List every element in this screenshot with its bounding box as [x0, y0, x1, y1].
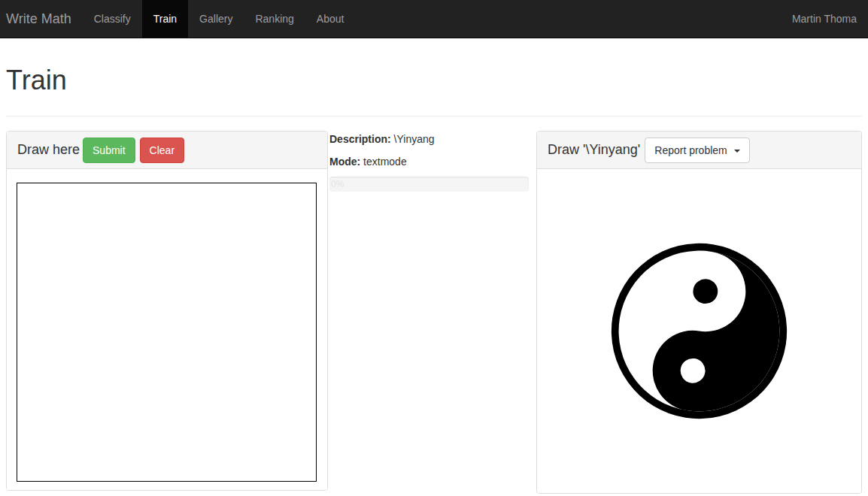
main-row: Draw here Submit Clear Description: \Yin… — [6, 131, 862, 494]
draw-panel: Draw here Submit Clear — [6, 131, 328, 491]
target-panel-body — [537, 169, 861, 493]
target-panel-header: Draw '\Yinyang' Report problem — [537, 132, 861, 169]
navbar-right: Martin Thoma — [781, 0, 868, 38]
nav-item-train[interactable]: Train — [142, 0, 188, 38]
draw-panel-header: Draw here Submit Clear — [7, 132, 327, 169]
mode-label: Mode: — [329, 156, 360, 168]
progress-bar: 0% — [329, 177, 529, 192]
target-column: Draw '\Yinyang' Report problem — [536, 131, 862, 494]
target-panel-title: Draw '\Yinyang' — [548, 142, 640, 158]
page-title: Train — [6, 65, 862, 95]
yinyang-image — [608, 240, 791, 422]
draw-panel-body — [7, 169, 327, 490]
nav-item-about[interactable]: About — [305, 0, 356, 38]
submit-button[interactable]: Submit — [83, 138, 135, 163]
description-label: Description: — [329, 133, 391, 145]
nav-item-gallery[interactable]: Gallery — [188, 0, 244, 38]
drawing-canvas[interactable] — [17, 183, 317, 482]
draw-panel-title: Draw here — [17, 142, 80, 158]
nav-links: Classify Train Gallery Ranking About — [83, 0, 356, 38]
draw-column: Draw here Submit Clear — [6, 131, 328, 491]
target-panel: Draw '\Yinyang' Report problem — [536, 131, 862, 494]
info-column: Description: \Yinyang Mode: textmode 0% — [328, 131, 536, 192]
caret-down-icon — [734, 150, 740, 153]
description-value: \Yinyang — [394, 133, 435, 145]
navbar: Write Math Classify Train Gallery Rankin… — [0, 0, 868, 38]
nav-item-ranking[interactable]: Ranking — [244, 0, 305, 38]
title-divider — [6, 116, 862, 116]
mode-value: textmode — [363, 156, 407, 168]
nav-item-user[interactable]: Martin Thoma — [781, 0, 868, 38]
brand-write-math[interactable]: Write Math — [0, 0, 83, 38]
clear-button[interactable]: Clear — [140, 138, 184, 163]
report-problem-button[interactable]: Report problem — [645, 138, 749, 163]
mode-line: Mode: textmode — [329, 154, 529, 169]
description-line: Description: \Yinyang — [329, 132, 529, 147]
progress-value: 0% — [329, 177, 344, 192]
report-problem-label: Report problem — [654, 144, 727, 156]
nav-item-classify[interactable]: Classify — [83, 0, 142, 38]
page-content: Train Draw here Submit Clear Description… — [0, 65, 868, 494]
